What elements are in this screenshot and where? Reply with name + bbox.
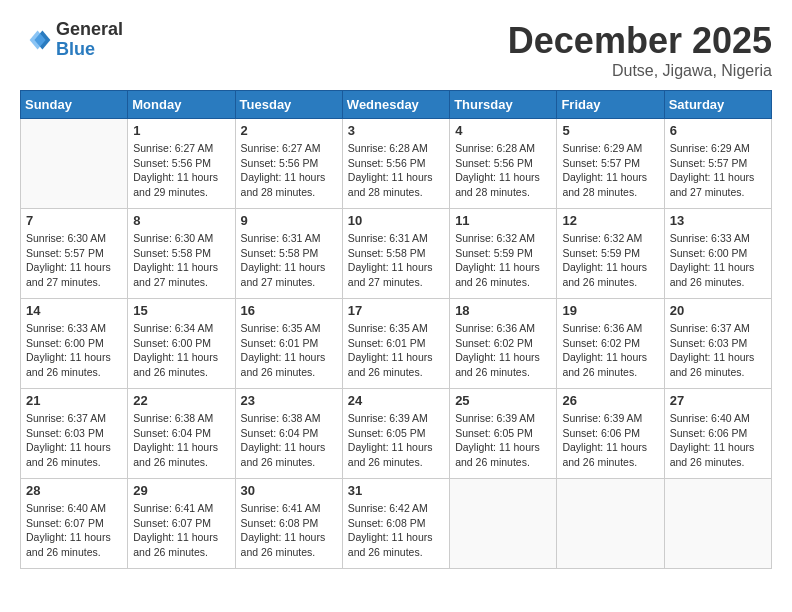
logo-blue-text: Blue (56, 40, 123, 60)
cell-info: Sunrise: 6:32 AM Sunset: 5:59 PM Dayligh… (562, 231, 658, 290)
calendar-week-4: 21Sunrise: 6:37 AM Sunset: 6:03 PM Dayli… (21, 389, 772, 479)
calendar-cell: 5Sunrise: 6:29 AM Sunset: 5:57 PM Daylig… (557, 119, 664, 209)
weekday-header-row: SundayMondayTuesdayWednesdayThursdayFrid… (21, 91, 772, 119)
weekday-header-tuesday: Tuesday (235, 91, 342, 119)
calendar-week-3: 14Sunrise: 6:33 AM Sunset: 6:00 PM Dayli… (21, 299, 772, 389)
cell-info: Sunrise: 6:32 AM Sunset: 5:59 PM Dayligh… (455, 231, 551, 290)
calendar-cell (557, 479, 664, 569)
day-number: 26 (562, 393, 658, 408)
cell-info: Sunrise: 6:41 AM Sunset: 6:07 PM Dayligh… (133, 501, 229, 560)
logo-icon (20, 24, 52, 56)
weekday-header-wednesday: Wednesday (342, 91, 449, 119)
weekday-header-saturday: Saturday (664, 91, 771, 119)
cell-info: Sunrise: 6:33 AM Sunset: 6:00 PM Dayligh… (26, 321, 122, 380)
day-number: 16 (241, 303, 337, 318)
cell-info: Sunrise: 6:29 AM Sunset: 5:57 PM Dayligh… (670, 141, 766, 200)
calendar-cell: 21Sunrise: 6:37 AM Sunset: 6:03 PM Dayli… (21, 389, 128, 479)
cell-info: Sunrise: 6:40 AM Sunset: 6:06 PM Dayligh… (670, 411, 766, 470)
calendar-cell: 26Sunrise: 6:39 AM Sunset: 6:06 PM Dayli… (557, 389, 664, 479)
day-number: 19 (562, 303, 658, 318)
calendar-cell: 13Sunrise: 6:33 AM Sunset: 6:00 PM Dayli… (664, 209, 771, 299)
day-number: 4 (455, 123, 551, 138)
calendar-cell: 4Sunrise: 6:28 AM Sunset: 5:56 PM Daylig… (450, 119, 557, 209)
calendar-cell: 6Sunrise: 6:29 AM Sunset: 5:57 PM Daylig… (664, 119, 771, 209)
cell-info: Sunrise: 6:38 AM Sunset: 6:04 PM Dayligh… (241, 411, 337, 470)
cell-info: Sunrise: 6:40 AM Sunset: 6:07 PM Dayligh… (26, 501, 122, 560)
cell-info: Sunrise: 6:36 AM Sunset: 6:02 PM Dayligh… (455, 321, 551, 380)
day-number: 8 (133, 213, 229, 228)
day-number: 3 (348, 123, 444, 138)
cell-info: Sunrise: 6:37 AM Sunset: 6:03 PM Dayligh… (670, 321, 766, 380)
calendar-cell: 28Sunrise: 6:40 AM Sunset: 6:07 PM Dayli… (21, 479, 128, 569)
day-number: 14 (26, 303, 122, 318)
day-number: 10 (348, 213, 444, 228)
cell-info: Sunrise: 6:37 AM Sunset: 6:03 PM Dayligh… (26, 411, 122, 470)
cell-info: Sunrise: 6:30 AM Sunset: 5:58 PM Dayligh… (133, 231, 229, 290)
calendar-week-1: 1Sunrise: 6:27 AM Sunset: 5:56 PM Daylig… (21, 119, 772, 209)
logo-general-text: General (56, 20, 123, 40)
calendar-cell: 9Sunrise: 6:31 AM Sunset: 5:58 PM Daylig… (235, 209, 342, 299)
cell-info: Sunrise: 6:39 AM Sunset: 6:06 PM Dayligh… (562, 411, 658, 470)
calendar-cell: 2Sunrise: 6:27 AM Sunset: 5:56 PM Daylig… (235, 119, 342, 209)
calendar-cell: 12Sunrise: 6:32 AM Sunset: 5:59 PM Dayli… (557, 209, 664, 299)
cell-info: Sunrise: 6:41 AM Sunset: 6:08 PM Dayligh… (241, 501, 337, 560)
cell-info: Sunrise: 6:28 AM Sunset: 5:56 PM Dayligh… (348, 141, 444, 200)
calendar-week-2: 7Sunrise: 6:30 AM Sunset: 5:57 PM Daylig… (21, 209, 772, 299)
location: Dutse, Jigawa, Nigeria (508, 62, 772, 80)
title-block: December 2025 Dutse, Jigawa, Nigeria (508, 20, 772, 80)
calendar-table: SundayMondayTuesdayWednesdayThursdayFrid… (20, 90, 772, 569)
day-number: 6 (670, 123, 766, 138)
day-number: 2 (241, 123, 337, 138)
calendar-cell: 27Sunrise: 6:40 AM Sunset: 6:06 PM Dayli… (664, 389, 771, 479)
cell-info: Sunrise: 6:27 AM Sunset: 5:56 PM Dayligh… (241, 141, 337, 200)
cell-info: Sunrise: 6:35 AM Sunset: 6:01 PM Dayligh… (241, 321, 337, 380)
page-header: General Blue December 2025 Dutse, Jigawa… (20, 20, 772, 80)
day-number: 22 (133, 393, 229, 408)
day-number: 25 (455, 393, 551, 408)
calendar-cell: 22Sunrise: 6:38 AM Sunset: 6:04 PM Dayli… (128, 389, 235, 479)
cell-info: Sunrise: 6:38 AM Sunset: 6:04 PM Dayligh… (133, 411, 229, 470)
calendar-cell (21, 119, 128, 209)
calendar-cell: 16Sunrise: 6:35 AM Sunset: 6:01 PM Dayli… (235, 299, 342, 389)
day-number: 5 (562, 123, 658, 138)
calendar-cell: 7Sunrise: 6:30 AM Sunset: 5:57 PM Daylig… (21, 209, 128, 299)
calendar-week-5: 28Sunrise: 6:40 AM Sunset: 6:07 PM Dayli… (21, 479, 772, 569)
cell-info: Sunrise: 6:42 AM Sunset: 6:08 PM Dayligh… (348, 501, 444, 560)
cell-info: Sunrise: 6:29 AM Sunset: 5:57 PM Dayligh… (562, 141, 658, 200)
month-year: December 2025 (508, 20, 772, 62)
calendar-cell: 24Sunrise: 6:39 AM Sunset: 6:05 PM Dayli… (342, 389, 449, 479)
weekday-header-thursday: Thursday (450, 91, 557, 119)
day-number: 15 (133, 303, 229, 318)
day-number: 24 (348, 393, 444, 408)
calendar-cell (664, 479, 771, 569)
calendar-cell: 8Sunrise: 6:30 AM Sunset: 5:58 PM Daylig… (128, 209, 235, 299)
day-number: 27 (670, 393, 766, 408)
day-number: 11 (455, 213, 551, 228)
day-number: 17 (348, 303, 444, 318)
calendar-cell: 3Sunrise: 6:28 AM Sunset: 5:56 PM Daylig… (342, 119, 449, 209)
weekday-header-friday: Friday (557, 91, 664, 119)
calendar-cell: 10Sunrise: 6:31 AM Sunset: 5:58 PM Dayli… (342, 209, 449, 299)
day-number: 9 (241, 213, 337, 228)
day-number: 29 (133, 483, 229, 498)
cell-info: Sunrise: 6:35 AM Sunset: 6:01 PM Dayligh… (348, 321, 444, 380)
cell-info: Sunrise: 6:34 AM Sunset: 6:00 PM Dayligh… (133, 321, 229, 380)
weekday-header-sunday: Sunday (21, 91, 128, 119)
day-number: 21 (26, 393, 122, 408)
calendar-cell: 31Sunrise: 6:42 AM Sunset: 6:08 PM Dayli… (342, 479, 449, 569)
calendar-cell: 30Sunrise: 6:41 AM Sunset: 6:08 PM Dayli… (235, 479, 342, 569)
calendar-cell: 29Sunrise: 6:41 AM Sunset: 6:07 PM Dayli… (128, 479, 235, 569)
calendar-cell (450, 479, 557, 569)
day-number: 7 (26, 213, 122, 228)
cell-info: Sunrise: 6:39 AM Sunset: 6:05 PM Dayligh… (455, 411, 551, 470)
day-number: 20 (670, 303, 766, 318)
cell-info: Sunrise: 6:33 AM Sunset: 6:00 PM Dayligh… (670, 231, 766, 290)
calendar-cell: 23Sunrise: 6:38 AM Sunset: 6:04 PM Dayli… (235, 389, 342, 479)
calendar-cell: 1Sunrise: 6:27 AM Sunset: 5:56 PM Daylig… (128, 119, 235, 209)
cell-info: Sunrise: 6:30 AM Sunset: 5:57 PM Dayligh… (26, 231, 122, 290)
day-number: 12 (562, 213, 658, 228)
day-number: 18 (455, 303, 551, 318)
calendar-cell: 14Sunrise: 6:33 AM Sunset: 6:00 PM Dayli… (21, 299, 128, 389)
calendar-cell: 17Sunrise: 6:35 AM Sunset: 6:01 PM Dayli… (342, 299, 449, 389)
day-number: 28 (26, 483, 122, 498)
